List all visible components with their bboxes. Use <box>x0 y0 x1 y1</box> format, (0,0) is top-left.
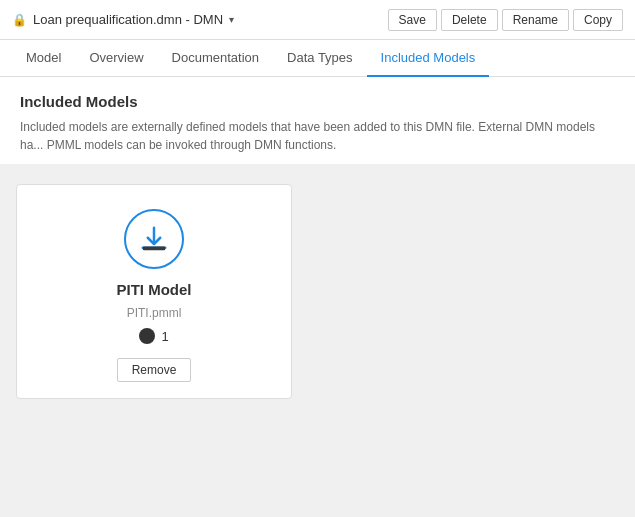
model-file: PITI.pmml <box>127 306 182 320</box>
download-icon <box>139 224 169 254</box>
tab-overview[interactable]: Overview <box>75 40 157 77</box>
rename-button[interactable]: Rename <box>502 9 569 31</box>
tab-data-types[interactable]: Data Types <box>273 40 367 77</box>
delete-button[interactable]: Delete <box>441 9 498 31</box>
content-area: Included Models Included models are exte… <box>0 77 635 164</box>
model-count: 1 <box>139 328 168 344</box>
svg-rect-0 <box>143 247 166 251</box>
remove-button[interactable]: Remove <box>117 358 192 382</box>
chevron-down-icon[interactable]: ▾ <box>229 14 234 25</box>
gray-area: PITI Model PITI.pmml 1 Remove <box>0 164 635 419</box>
tab-nav: Model Overview Documentation Data Types … <box>0 40 635 77</box>
top-bar-left: 🔒 Loan prequalification.dmn - DMN ▾ <box>12 12 234 27</box>
top-bar: 🔒 Loan prequalification.dmn - DMN ▾ Save… <box>0 0 635 40</box>
section-description: Included models are externally defined m… <box>20 118 615 154</box>
save-button[interactable]: Save <box>388 9 437 31</box>
tab-included-models[interactable]: Included Models <box>367 40 490 77</box>
top-bar-actions: Save Delete Rename Copy <box>388 9 623 31</box>
count-value: 1 <box>161 329 168 344</box>
section-title: Included Models <box>20 93 615 110</box>
model-icon-wrapper <box>124 209 184 269</box>
copy-button[interactable]: Copy <box>573 9 623 31</box>
tab-documentation[interactable]: Documentation <box>158 40 273 77</box>
count-dot-icon <box>139 328 155 344</box>
tab-model[interactable]: Model <box>12 40 75 77</box>
model-name: PITI Model <box>117 281 192 298</box>
lock-icon: 🔒 <box>12 13 27 27</box>
model-card: PITI Model PITI.pmml 1 Remove <box>16 184 292 399</box>
file-title: Loan prequalification.dmn - DMN <box>33 12 223 27</box>
